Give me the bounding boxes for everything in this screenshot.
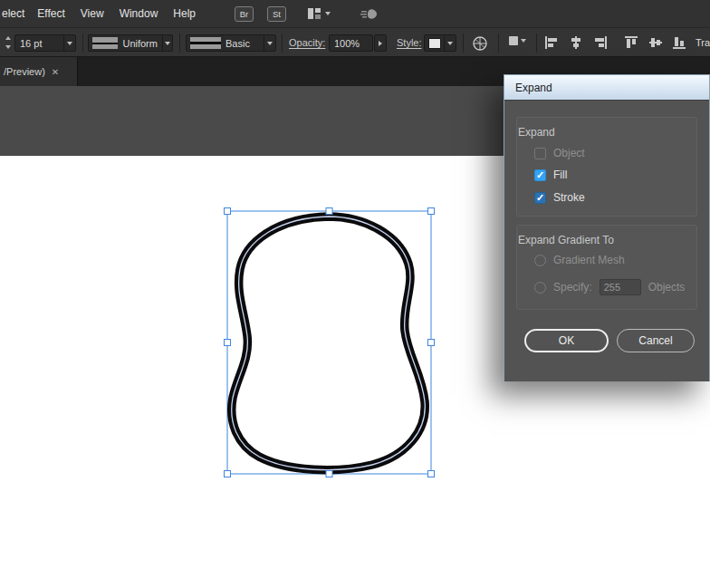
stroke-weight-stepper[interactable] <box>3 34 13 51</box>
specify-suffix-label: Objects <box>648 281 686 294</box>
workspace-switcher-dropdown[interactable] <box>307 7 331 20</box>
object-checkbox-label: Object <box>553 147 585 159</box>
dialog-title: Expand <box>515 82 552 94</box>
application-window: elect Effect View Window Help Br St <box>0 0 710 588</box>
stroke-weight-combo[interactable]: 16 pt <box>14 34 76 52</box>
object-option-row: Object <box>534 147 585 159</box>
menu-item-select[interactable]: elect <box>2 7 24 20</box>
transform-label[interactable]: Tra <box>696 37 710 48</box>
align-horizontal-center-button[interactable] <box>569 35 583 50</box>
opacity-flyout-button[interactable] <box>374 34 387 52</box>
gradient-mesh-radio[interactable] <box>534 255 546 266</box>
stepper-down-icon[interactable] <box>5 45 11 49</box>
divider <box>282 34 283 53</box>
align-horizontal-left-button[interactable] <box>544 35 559 50</box>
divider <box>536 34 537 53</box>
specify-row: Specify: Objects <box>534 279 685 295</box>
specify-objects-input[interactable] <box>600 279 641 295</box>
cancel-button[interactable]: Cancel <box>617 329 695 352</box>
align-horizontal-right-icon <box>593 35 608 50</box>
gradient-mesh-row: Gradient Mesh <box>534 254 625 266</box>
align-vertical-bottom-icon <box>672 35 686 50</box>
bridge-badge-icon[interactable]: Br <box>235 6 254 22</box>
style-dropdown[interactable] <box>444 35 456 51</box>
document-tab-title: /Preview) <box>4 66 45 77</box>
ok-button[interactable]: OK <box>524 329 609 352</box>
basic-brush-preview-icon <box>190 37 221 49</box>
specify-radio[interactable] <box>534 282 546 294</box>
dialog-titlebar[interactable]: Expand <box>504 75 709 100</box>
recolor-artwork-button[interactable] <box>472 35 488 52</box>
width-profile-value: Uniform <box>118 38 162 49</box>
stroke-option-row: ✓ Stroke <box>534 191 585 204</box>
workspace-layout-icon <box>307 7 321 20</box>
chevron-down-icon <box>325 12 331 15</box>
opacity-label[interactable]: Opacity: <box>289 37 325 48</box>
color-wheel-icon <box>472 35 488 52</box>
align-horizontal-center-icon <box>569 35 583 50</box>
chevron-right-icon <box>379 41 382 46</box>
gradient-mesh-label: Gradient Mesh <box>553 254 625 266</box>
chevron-down-icon <box>67 42 72 45</box>
check-icon: ✓ <box>536 169 544 181</box>
expand-dialog: Expand Expand Object ✓ Fill ✓ Stroke <box>504 74 710 381</box>
uniform-profile-preview-icon <box>92 37 118 49</box>
stroke-weight-value: 16 pt <box>15 38 46 49</box>
hand-gesture-glyph <box>360 6 379 21</box>
stock-badge-icon[interactable]: St <box>267 6 286 22</box>
brush-definition-combo[interactable]: Basic <box>186 34 276 52</box>
stepper-up-icon[interactable] <box>5 36 11 40</box>
hand-gesture-icon[interactable] <box>360 6 379 21</box>
divider <box>463 34 464 53</box>
brush-definition-dropdown[interactable] <box>264 35 275 51</box>
align-vertical-top-button[interactable] <box>624 35 638 50</box>
chevron-down-icon <box>521 39 526 43</box>
divider <box>82 34 83 53</box>
align-horizontal-left-icon <box>544 35 559 50</box>
align-vertical-center-icon <box>648 35 663 50</box>
width-profile-dropdown[interactable] <box>162 35 172 51</box>
close-tab-icon[interactable]: ✕ <box>52 67 59 77</box>
expand-group-label: Expand <box>518 126 555 139</box>
align-horizontal-right-button[interactable] <box>593 35 608 50</box>
fill-checkbox-label: Fill <box>553 169 567 181</box>
fill-option-row: ✓ Fill <box>534 169 567 181</box>
stroke-weight-dropdown[interactable] <box>63 35 75 51</box>
chevron-down-icon <box>165 42 170 45</box>
menu-item-help[interactable]: Help <box>173 7 196 20</box>
object-checkbox[interactable] <box>534 148 546 159</box>
check-icon: ✓ <box>536 192 544 204</box>
document-tab[interactable]: /Preview) ✕ <box>0 57 78 86</box>
align-vertical-top-icon <box>624 35 638 50</box>
stroke-checkbox[interactable]: ✓ <box>534 192 546 204</box>
style-swatch-icon <box>428 38 441 49</box>
stroke-checkbox-label: Stroke <box>553 191 585 204</box>
width-profile-combo[interactable]: Uniform <box>88 34 173 52</box>
menu-item-view[interactable]: View <box>81 7 104 20</box>
specify-label: Specify: <box>553 281 592 294</box>
opacity-value: 100% <box>330 38 364 49</box>
align-vertical-center-button[interactable] <box>648 35 663 50</box>
brush-definition-value: Basic <box>221 38 254 49</box>
chevron-down-icon <box>447 42 453 45</box>
style-label[interactable]: Style: <box>397 37 422 48</box>
align-vertical-bottom-button[interactable] <box>672 35 686 50</box>
menu-item-effect[interactable]: Effect <box>37 7 64 20</box>
gradient-group-label: Expand Gradient To <box>518 234 614 246</box>
control-bar: 16 pt Uniform Basic Opacity: 100% Style: <box>0 27 710 57</box>
dialog-body: Expand Object ✓ Fill ✓ Stroke Expand Gra… <box>504 100 709 381</box>
divider <box>179 34 180 53</box>
align-to-selection-dropdown[interactable] <box>509 36 526 45</box>
chevron-down-icon <box>267 42 273 45</box>
opacity-combo[interactable]: 100% <box>329 34 373 52</box>
graphic-style-combo[interactable] <box>424 34 456 52</box>
align-target-icon <box>509 36 518 45</box>
divider <box>498 34 499 53</box>
menu-item-window[interactable]: Window <box>120 7 158 20</box>
menu-bar: elect Effect View Window Help Br St <box>0 0 710 27</box>
fill-checkbox[interactable]: ✓ <box>534 169 546 181</box>
